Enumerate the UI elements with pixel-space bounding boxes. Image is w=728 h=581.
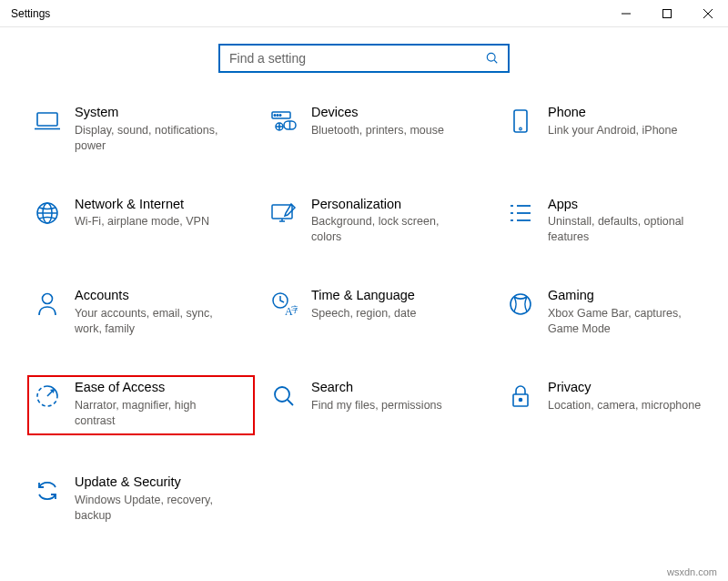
tile-title: Apps — [548, 196, 703, 213]
minimize-button[interactable] — [605, 0, 646, 27]
tile-subtitle: Speech, region, date — [311, 306, 416, 321]
svg-point-11 — [279, 115, 281, 117]
svg-text:字: 字 — [291, 305, 298, 314]
tile-network[interactable]: Network & Internet Wi-Fi, airplane mode,… — [27, 192, 255, 250]
devices-icon — [266, 104, 302, 138]
person-icon — [29, 287, 66, 321]
tile-subtitle: Find my files, permissions — [311, 398, 442, 413]
svg-point-33 — [511, 294, 531, 314]
svg-point-35 — [275, 387, 289, 402]
close-button[interactable] — [687, 0, 728, 27]
tile-title: Search — [311, 379, 442, 396]
time-language-icon: A字 — [266, 287, 302, 321]
tile-title: Time & Language — [311, 287, 416, 304]
tile-subtitle: Uninstall, defaults, optional features — [548, 214, 703, 245]
paint-icon — [266, 196, 302, 230]
maximize-button[interactable] — [646, 0, 687, 27]
tile-devices[interactable]: Devices Bluetooth, printers, mouse — [264, 100, 491, 158]
ease-of-access-icon — [29, 379, 66, 413]
search-area — [0, 44, 728, 73]
tile-subtitle: Xbox Game Bar, captures, Game Mode — [548, 306, 703, 337]
apps-list-icon — [502, 196, 539, 230]
tile-title: System — [75, 104, 229, 121]
tile-subtitle: Your accounts, email, sync, work, family — [75, 306, 229, 337]
tile-search[interactable]: Search Find my files, permissions — [264, 375, 491, 435]
tile-subtitle: Display, sound, notifications, power — [75, 123, 229, 154]
tile-accounts[interactable]: Accounts Your accounts, email, sync, wor… — [27, 283, 255, 341]
lock-icon — [502, 379, 539, 413]
title-bar: Settings — [0, 0, 728, 27]
tile-title: Personalization — [311, 196, 466, 213]
svg-rect-6 — [37, 113, 57, 126]
globe-icon — [29, 196, 66, 230]
tile-title: Phone — [548, 104, 677, 121]
search-box[interactable] — [218, 44, 510, 73]
tile-subtitle: Windows Update, recovery, backup — [75, 493, 229, 524]
search-icon — [486, 52, 499, 65]
magnifier-icon — [266, 379, 302, 413]
svg-rect-1 — [662, 9, 671, 17]
tile-update-security[interactable]: Update & Security Windows Update, recove… — [27, 470, 255, 527]
phone-icon — [502, 104, 539, 138]
tile-subtitle: Bluetooth, printers, mouse — [311, 123, 444, 138]
tile-title: Update & Security — [75, 474, 229, 491]
laptop-icon — [29, 104, 66, 138]
tile-subtitle: Background, lock screen, colors — [311, 214, 466, 245]
settings-grid: System Display, sound, notifications, po… — [0, 100, 728, 526]
tile-system[interactable]: System Display, sound, notifications, po… — [27, 100, 255, 158]
tile-title: Accounts — [75, 287, 229, 304]
gaming-icon — [502, 287, 539, 321]
svg-point-38 — [520, 398, 522, 401]
svg-rect-15 — [514, 110, 527, 132]
tile-subtitle: Location, camera, microphone — [548, 398, 701, 413]
svg-point-9 — [274, 115, 276, 117]
svg-line-5 — [494, 60, 497, 63]
svg-point-16 — [520, 127, 522, 130]
tile-ease-of-access[interactable]: Ease of Access Narrator, magnifier, high… — [27, 375, 255, 435]
tile-subtitle: Wi-Fi, airplane mode, VPN — [75, 214, 209, 229]
tile-subtitle: Link your Android, iPhone — [548, 123, 677, 138]
svg-line-36 — [288, 400, 293, 405]
svg-point-29 — [43, 294, 53, 304]
tile-title: Privacy — [548, 379, 701, 396]
tile-title: Ease of Access — [75, 379, 229, 396]
search-input[interactable] — [229, 51, 486, 66]
tile-subtitle: Narrator, magnifier, high contrast — [75, 398, 229, 429]
tile-apps[interactable]: Apps Uninstall, defaults, optional featu… — [500, 192, 728, 250]
svg-point-4 — [487, 53, 495, 61]
tile-phone[interactable]: Phone Link your Android, iPhone — [500, 100, 728, 158]
tile-gaming[interactable]: Gaming Xbox Game Bar, captures, Game Mod… — [500, 283, 728, 341]
svg-point-10 — [277, 115, 278, 117]
tile-time-language[interactable]: A字 Time & Language Speech, region, date — [264, 283, 491, 341]
tile-title: Network & Internet — [75, 196, 209, 213]
tile-title: Gaming — [548, 287, 703, 304]
tile-privacy[interactable]: Privacy Location, camera, microphone — [500, 375, 728, 435]
window-title: Settings — [0, 7, 605, 20]
tile-personalization[interactable]: Personalization Background, lock screen,… — [264, 192, 491, 250]
tile-title: Devices — [311, 104, 444, 121]
watermark: wsxdn.com — [667, 566, 717, 577]
sync-icon — [29, 474, 66, 508]
